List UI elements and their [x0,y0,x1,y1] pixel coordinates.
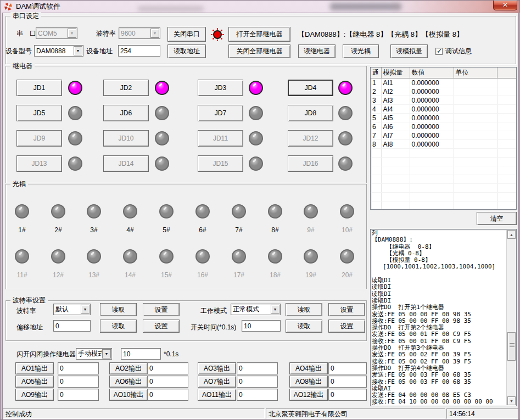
chevron-down-icon: ▼ [68,29,76,38]
ao11-value-input[interactable] [237,389,278,401]
relay-button-jd3[interactable]: JD3 [198,80,243,96]
relay-light-jd13 [68,156,82,171]
table-row[interactable]: 8AI80.000000 [371,140,516,149]
work-mode-combo[interactable]: 正常模式 ▼ [231,304,281,315]
relay-button-jd9[interactable]: JD9 [16,130,62,147]
close-serial-button[interactable]: 关闭串口 [167,27,206,42]
offset-read-button[interactable]: 读取 [100,320,137,333]
relay-light-jd2 [155,81,169,95]
table-row-empty [371,201,516,210]
baud-read-button[interactable]: 读取 [100,303,137,316]
baud-default-combo[interactable]: 默认 ▼ [53,304,91,315]
opto-light-8 [268,204,282,219]
opto-light-3 [87,204,101,219]
ao7-value-input[interactable] [237,376,278,388]
close-button[interactable]: ✕ [493,1,517,10]
switch-time-set-button[interactable]: 设置 [328,320,365,333]
relay-light-jd15 [249,156,263,171]
port-combo[interactable]: COM5 ▼ [36,27,77,39]
relay-button-jd6[interactable]: JD6 [103,105,149,121]
ao1-output-button[interactable]: AO1输出 [15,362,54,374]
relay-light-jd10 [155,131,169,145]
table-row[interactable]: 2AI20.000000 [371,87,516,96]
ao4-output-button[interactable]: AO4输出 [289,362,328,374]
ao6-value-input[interactable] [147,376,188,388]
relay-button-jd8[interactable]: JD8 [288,105,333,121]
ao6-output-button[interactable]: AO6输出 [109,376,148,388]
flash-time-input[interactable] [121,348,161,360]
table-row[interactable]: 3AI30.000000 [371,96,516,105]
log-text: 列 【DAM0888】: 【继电器 0-8】 【光耦 0-8】 【模拟量 0-8… [372,230,499,405]
ao8-value-input[interactable] [328,376,367,388]
ao7-output-button[interactable]: AO7输出 [198,376,236,388]
model-combo[interactable]: DAM0888 ▼ [34,45,83,57]
ao10-output-button[interactable]: AO10输出 [109,389,148,401]
ao2-value-input[interactable] [147,362,188,374]
opto-light-13 [87,249,101,264]
relay-button-jd1[interactable]: JD1 [16,80,62,96]
baud-combo[interactable]: 9600 ▼ [119,27,160,39]
relay-button-jd12[interactable]: JD12 [288,130,333,147]
scrollbar-thumb[interactable] [507,332,516,361]
relay-button-jd2[interactable]: JD2 [103,80,149,96]
ao10-value-input[interactable] [147,389,188,401]
work-mode-set-button[interactable]: 设置 [328,303,365,316]
ao3-value-input[interactable] [237,362,278,374]
table-row[interactable]: 7AI70.000000 [371,131,516,140]
table-row[interactable]: 1AI10.000000 [371,79,516,87]
switch-time-input[interactable] [242,320,281,332]
close-all-relays-button[interactable]: 关闭全部继电器 [228,44,290,58]
relay-button-jd10[interactable]: JD10 [103,130,149,147]
analog-table: 通 模拟量 数值 单位 1AI10.000000 2AI20.000000 3A… [371,68,517,210]
scroll-up-icon[interactable]: ▲ [507,230,516,239]
switch-time-read-button[interactable]: 读取 [286,320,322,333]
port-label: 串 口 [16,27,36,40]
ao3-output-button[interactable]: AO3输出 [198,362,236,374]
opto-label-20: 20# [336,271,358,279]
log-panel[interactable]: 列 【DAM0888】: 【继电器 0-8】 【光耦 0-8】 【模拟量 0-8… [370,229,517,406]
work-mode-read-button[interactable]: 读取 [286,303,322,316]
ao12-value-input[interactable] [328,389,367,401]
relay-button-jd13[interactable]: JD13 [16,155,62,172]
ao4-value-input[interactable] [328,362,367,374]
table-row[interactable]: 4AI40.000000 [371,105,516,114]
read-address-button[interactable]: 读取地址 [167,44,206,58]
ao11-output-button[interactable]: AO11输出 [198,389,236,401]
read-analog-button[interactable]: 读模拟量 [390,44,428,58]
scroll-down-icon[interactable]: ▼ [507,396,516,405]
opto-light-15 [159,249,174,264]
ao8-output-button[interactable]: AO8输出 [289,376,328,388]
baud-set-button[interactable]: 设置 [143,303,180,316]
ao9-output-button[interactable]: AO9输出 [15,389,54,401]
read-opto-button[interactable]: 读光耦 [343,44,379,58]
clear-log-button[interactable]: 清空 [477,212,517,225]
offset-input[interactable] [53,320,91,332]
ao1-value-input[interactable] [58,362,99,374]
flash-mode-combo[interactable]: 手动模式 ▼ [76,348,112,360]
table-row[interactable]: 6AI60.000000 [371,122,516,131]
offset-set-button[interactable]: 设置 [143,320,180,333]
open-all-relays-button[interactable]: 打开全部继电器 [228,27,290,42]
relay-button-jd16[interactable]: JD16 [288,155,333,172]
switch-time-label: 开关时间(*0.1s) [191,321,236,333]
log-scrollbar[interactable]: ▲ ▼ [506,230,516,405]
relay-button-jd5[interactable]: JD5 [16,105,62,121]
table-row[interactable]: 5AI50.000000 [371,114,516,122]
relay-button-jd14[interactable]: JD14 [103,155,149,172]
relay-button-jd4[interactable]: JD4 [288,80,333,96]
analog-table-panel[interactable]: 通 模拟量 数值 单位 1AI10.000000 2AI20.000000 3A… [370,67,517,210]
ao12-output-button[interactable]: AO12输出 [289,389,328,401]
ao5-value-input[interactable] [58,376,99,388]
ao9-value-input[interactable] [58,389,99,401]
relay-button-jd15[interactable]: JD15 [198,155,243,172]
analog-table-header: 通 模拟量 数值 单位 [371,68,516,79]
debug-info-checkbox[interactable]: 调试信息 [435,47,472,56]
ao2-output-button[interactable]: AO2输出 [109,362,148,374]
device-address-input[interactable] [118,45,160,57]
read-relay-button[interactable]: 读继电器 [298,44,336,58]
relay-button-jd7[interactable]: JD7 [198,105,243,121]
opto-light-5 [159,204,174,219]
relay-button-jd11[interactable]: JD11 [198,130,243,147]
ao5-output-button[interactable]: AO5输出 [15,376,54,388]
table-row-empty [371,175,516,184]
